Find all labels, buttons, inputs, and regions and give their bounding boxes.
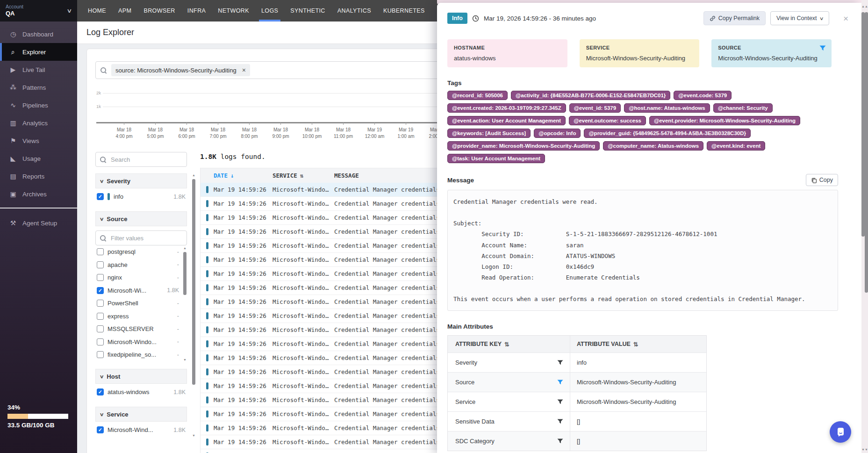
tag-chip[interactable]: @opcode: Info (534, 129, 581, 138)
nav-tab[interactable]: BROWSER (137, 0, 181, 22)
tag-chip[interactable]: @task: User Account Management (447, 154, 545, 163)
facet-item-source[interactable]: ✓ express - (95, 310, 180, 323)
sidebar-item[interactable]: ▤ Reports (0, 167, 77, 185)
nav-tab[interactable]: SYNTHETIC (284, 0, 331, 22)
tag-chip[interactable]: @keywords: [Audit Success] (447, 129, 531, 138)
source-card: SOURCE Microsoft-Windows-Security-Auditi… (711, 39, 832, 67)
chat-widget-button[interactable] (830, 421, 851, 443)
facet-item-source[interactable]: ✓ MSSQLSERVER - (95, 323, 180, 336)
sidebar-item[interactable]: ⚑ Views (0, 132, 77, 150)
filter-icon[interactable] (557, 360, 563, 366)
view-in-context-button[interactable]: View in Context ∨ (770, 11, 829, 25)
tag-chip[interactable]: @host.name: Atatus-windows (624, 103, 710, 113)
facet-item-source[interactable]: ✓ Microsoft-Windo... - (95, 336, 180, 349)
source-filter-input[interactable] (110, 234, 182, 242)
tag-chip[interactable]: @event.kind: event (707, 141, 765, 151)
close-icon[interactable]: × (840, 14, 851, 23)
filter-icon[interactable] (557, 399, 563, 405)
tag-chip[interactable]: @event_id: 5379 (569, 103, 621, 113)
nav-tab[interactable]: LOGS (255, 0, 284, 22)
facet-item-source[interactable]: ✓ PowerShell - (95, 297, 180, 310)
facets-panel: ∨ Severity ✓ info 1.8K ∨ (95, 152, 194, 438)
account-switcher[interactable]: Account QA ∨ (0, 0, 77, 22)
tag-chip[interactable]: @event.action: User Account Management (447, 116, 566, 125)
facet-item-source[interactable]: ✓ apache - (95, 259, 180, 272)
checkbox[interactable]: ✓ (97, 274, 104, 281)
query-chip[interactable]: source: Microsoft-Windows-Security-Audit… (111, 64, 250, 76)
message-section: Message Copy Credential Manager credenti… (447, 174, 838, 311)
sidebar-item[interactable]: ▣ Archives (0, 185, 77, 203)
checkbox[interactable]: ✓ (97, 388, 104, 395)
facet-item-service[interactable]: ✓ Microsoft-Wind... 1.8K (95, 422, 187, 438)
filter-icon[interactable] (557, 419, 563, 424)
facet-item-source[interactable]: ✓ Microsoft-Wi... 1.8K (95, 284, 180, 297)
facet-search[interactable] (95, 152, 187, 167)
filter-icon[interactable] (819, 45, 826, 53)
sidebar-item[interactable]: ▥ Analytics (0, 114, 77, 132)
facet-group-severity-header[interactable]: ∨ Severity (95, 173, 187, 188)
facet-group-source-header[interactable]: ∨ Source (95, 211, 187, 226)
link-icon (710, 15, 716, 22)
tag-chip[interactable]: @activity_id: {84E552AB-B77E-0006-E152-E… (511, 91, 670, 100)
copy-permalink-button[interactable]: Copy Permalink (703, 11, 766, 25)
sidebar-item[interactable]: ▶ Live Tail (0, 61, 77, 79)
checkbox[interactable]: ✓ (97, 248, 104, 255)
tag-chip[interactable]: @provider_name: Microsoft-Windows-Securi… (447, 141, 600, 151)
checkbox[interactable]: ✓ (97, 426, 104, 433)
nav-tab[interactable]: KUBERNETES (377, 0, 431, 22)
checkbox[interactable]: ✓ (97, 193, 104, 200)
checkbox[interactable]: ✓ (97, 338, 104, 345)
attribute-value-header[interactable]: ATTRIBUTE VALUE ⇅ (570, 336, 706, 352)
source-filter[interactable] (95, 230, 187, 245)
chip-remove-icon[interactable]: × (242, 67, 246, 73)
tag-chip[interactable]: @channel: Security (713, 103, 773, 113)
facet-item-host[interactable]: ✓ atatus-windows 1.8K (95, 384, 187, 400)
sidebar-item[interactable]: ⁂ Patterns (0, 79, 77, 96)
sidebar-item-agent-setup[interactable]: ⚒ Agent Setup (0, 214, 77, 232)
nav-tab[interactable]: APM (112, 0, 137, 22)
checkbox[interactable]: ✓ (97, 325, 104, 332)
facet-item-severity[interactable]: ✓ info 1.8K (95, 188, 187, 205)
nav-tab[interactable]: NETWORK (212, 0, 255, 22)
nav-tab[interactable]: HOME (82, 0, 112, 22)
checkbox[interactable]: ✓ (97, 261, 104, 268)
page-scrollbar[interactable]: ▲ ▼ (865, 0, 868, 453)
chevron-down-icon: ∨ (100, 374, 104, 379)
x-axis-tick: Mar 1912:00 am (359, 122, 390, 140)
checkbox[interactable]: ✓ (97, 313, 104, 320)
facets-scrollbar[interactable]: ▲ ▼ (192, 173, 196, 447)
facet-item-source[interactable]: ✓ fixedpipeline_so... - (95, 348, 180, 361)
sidebar-item[interactable]: ◷ Dashboard (0, 25, 77, 43)
tag-chip[interactable]: @event.outcome: success (569, 116, 646, 125)
sidebar-item-label: Agent Setup (22, 220, 57, 227)
drawer-scrollbar[interactable]: ▲ ▼ (861, 0, 865, 453)
checkbox[interactable]: ✓ (97, 300, 104, 307)
facet-group-host-header[interactable]: ∨ Host (95, 369, 187, 384)
filter-icon[interactable] (557, 380, 563, 385)
facet-group-service-header[interactable]: ∨ Service (95, 407, 187, 422)
column-service[interactable]: SERVICE⇅ (273, 172, 334, 179)
tag-chip[interactable]: @event.provider: Microsoft-Windows-Secur… (649, 116, 800, 125)
checkbox[interactable]: ✓ (97, 351, 104, 358)
sidebar-item-label: Dashboard (22, 31, 53, 38)
sidebar-item[interactable]: ∿ Pipelines (0, 96, 77, 114)
source-list-scrollbar[interactable]: ▲ ▼ (183, 246, 187, 361)
tag-chip[interactable]: @provider_guid: {54849625-5478-4994-A5BA… (584, 129, 751, 138)
sidebar-item[interactable]: ⌕ Explorer (0, 43, 77, 61)
copy-message-button[interactable]: Copy (806, 174, 838, 186)
attribute-key-header[interactable]: ATTRIBUTE KEY ⇅ (448, 336, 570, 352)
column-date[interactable]: DATE↓ (214, 172, 273, 179)
tag-chip[interactable]: @computer_name: Atatus-windows (603, 141, 703, 151)
filter-icon[interactable] (557, 439, 563, 444)
attribute-row: Severity info (448, 352, 706, 372)
facet-item-source[interactable]: ✓ postgresql - (95, 245, 180, 259)
checkbox[interactable]: ✓ (97, 287, 104, 294)
sidebar-item[interactable]: ◣ Usage (0, 150, 77, 167)
nav-tab[interactable]: ANALYTICS (331, 0, 377, 22)
facet-search-input[interactable] (110, 156, 182, 164)
facet-item-source[interactable]: ✓ nginx - (95, 271, 180, 284)
tag-chip[interactable]: @event.created: 2026-03-19T09:29:27.345Z (447, 103, 566, 113)
nav-tab[interactable]: INFRA (181, 0, 212, 22)
tag-chip[interactable]: @record_id: 505006 (447, 91, 508, 100)
tag-chip[interactable]: @event.code: 5379 (674, 91, 732, 100)
